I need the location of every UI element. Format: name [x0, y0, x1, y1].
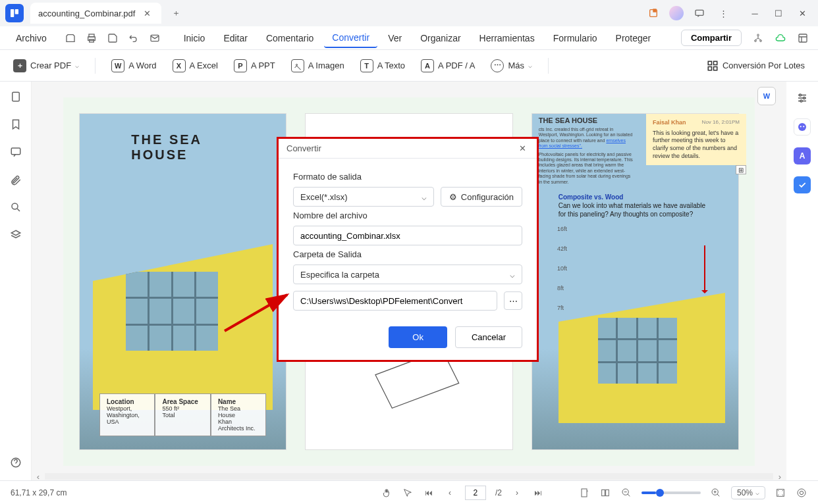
menu-file[interactable]: Archivo — [8, 29, 55, 47]
menu-herramientas[interactable]: Herramientas — [472, 29, 543, 47]
read-mode-icon[interactable] — [796, 487, 807, 499]
svg-rect-4 — [695, 10, 703, 15]
kebab-menu-icon[interactable]: ⋮ — [715, 5, 731, 21]
scroll-mode-icon[interactable] — [578, 487, 590, 499]
email-icon[interactable] — [147, 30, 163, 46]
last-page-icon[interactable]: ⏭ — [532, 487, 544, 499]
config-button[interactable]: ⚙ Configuración — [441, 187, 522, 207]
left-sidebar — [0, 82, 32, 480]
svg-point-10 — [755, 39, 757, 41]
to-text-button[interactable]: TA Texto — [360, 59, 405, 72]
ok-button[interactable]: Ok — [389, 326, 447, 348]
horizontal-scrollbar[interactable]: ‹ › — [32, 472, 786, 480]
zoom-out-icon[interactable] — [620, 487, 632, 499]
to-excel-button[interactable]: XA Excel — [173, 59, 218, 72]
excel-icon: X — [173, 59, 186, 72]
print-icon[interactable] — [84, 30, 99, 46]
layers-icon[interactable] — [9, 228, 23, 242]
search-icon[interactable] — [9, 200, 23, 214]
chevron-down-icon: ⌵ — [510, 270, 515, 280]
to-image-button[interactable]: A Imagen — [291, 59, 344, 72]
batch-convert-button[interactable]: Conversión Por Lotes — [707, 60, 805, 72]
minimize-button[interactable]: ─ — [744, 3, 765, 24]
cloud-sync-icon[interactable] — [773, 31, 788, 45]
menu-inicio[interactable]: Inicio — [176, 29, 213, 47]
folder-dropdown[interactable]: Especifica la carpeta ⌵ — [293, 265, 522, 284]
menu-ver[interactable]: Ver — [380, 29, 410, 47]
sitemap-icon[interactable] — [751, 31, 765, 45]
info-table: LocationWestport,Washington, USA Area Sp… — [99, 393, 266, 436]
scroll-left-icon[interactable]: ‹ — [32, 472, 45, 481]
svg-rect-18 — [12, 92, 19, 101]
menu-organizar[interactable]: Organizar — [412, 29, 468, 47]
to-pdfa-button[interactable]: AA PDF / A — [421, 59, 475, 72]
bookmark-icon[interactable] — [9, 117, 23, 132]
hand-tool-icon[interactable] — [381, 487, 393, 499]
filename-input[interactable] — [293, 226, 522, 245]
layout-icon[interactable] — [796, 31, 810, 45]
maximize-button[interactable]: ☐ — [768, 3, 789, 24]
document-tab[interactable]: accounting_Combinar.pdf ✕ — [30, 3, 161, 24]
gear-icon: ⚙ — [449, 192, 457, 202]
zoom-in-icon[interactable] — [710, 487, 722, 499]
filename-label: Nombre del archivo — [293, 211, 522, 220]
comments-icon[interactable] — [9, 145, 23, 159]
page-dimensions: 61,71 x 29,7 cm — [11, 488, 67, 497]
card-1-title: THE SEA HOUSE — [131, 132, 234, 163]
new-tab-button[interactable]: ＋ — [167, 4, 185, 22]
next-page-icon[interactable]: › — [511, 487, 523, 499]
cancel-button[interactable]: Cancelar — [455, 326, 522, 348]
dialog-close-button[interactable]: ✕ — [516, 142, 529, 155]
translate-icon[interactable]: A — [794, 147, 811, 164]
comment-note[interactable]: Faisal KhanNov 16, 2:01PM This is lookin… — [646, 114, 746, 165]
to-word-button[interactable]: WA Word — [111, 59, 156, 72]
expand-icon[interactable]: ⊞ — [736, 165, 746, 174]
select-tool-icon[interactable] — [402, 487, 414, 499]
dimensions: 16ft42ft10ft8ft7ft — [557, 226, 567, 324]
save-icon[interactable] — [105, 30, 121, 46]
svg-rect-0 — [11, 9, 14, 17]
share-button[interactable]: Compartir — [681, 30, 742, 46]
help-icon[interactable] — [9, 455, 23, 470]
user-avatar[interactable] — [669, 6, 684, 20]
create-pdf-button[interactable]: ＋ Crear PDF ⌵ — [13, 59, 79, 72]
ai-assistant-icon[interactable] — [794, 118, 811, 136]
more-button[interactable]: ⋯Más⌵ — [491, 59, 532, 72]
zoom-slider[interactable] — [641, 491, 701, 494]
close-icon[interactable]: ✕ — [140, 7, 153, 20]
title-bar: accounting_Combinar.pdf ✕ ＋ ⋮ ─ ☐ ✕ — [0, 0, 818, 26]
svg-rect-15 — [713, 61, 717, 64]
zoom-dropdown[interactable]: 50%⌵ — [731, 486, 765, 499]
menu-convertir[interactable]: Convertir — [324, 28, 377, 48]
menu-editar[interactable]: Editar — [215, 29, 256, 47]
svg-point-22 — [800, 94, 802, 96]
prev-page-icon[interactable]: ‹ — [444, 487, 456, 499]
first-page-icon[interactable]: ⏮ — [423, 487, 435, 499]
svg-rect-29 — [582, 489, 587, 497]
menu-formulario[interactable]: Formulario — [545, 29, 605, 47]
app-logo — [5, 4, 24, 22]
comment-panel-icon[interactable] — [692, 5, 707, 21]
browse-button[interactable]: ⋯ — [504, 291, 522, 310]
path-input[interactable] — [293, 291, 497, 311]
attachment-icon[interactable] — [9, 172, 23, 187]
properties-icon[interactable] — [794, 89, 811, 107]
checklist-icon[interactable] — [794, 176, 811, 193]
to-ppt-button[interactable]: PA PPT — [234, 59, 275, 72]
open-icon[interactable] — [63, 30, 78, 46]
menu-proteger[interactable]: Proteger — [608, 29, 659, 47]
notification-icon[interactable] — [645, 5, 661, 21]
window-close-button[interactable]: ✕ — [792, 3, 813, 24]
thumbnails-icon[interactable] — [9, 89, 23, 104]
plus-icon: ＋ — [13, 59, 26, 72]
fit-page-icon[interactable] — [775, 487, 786, 499]
menu-comentario[interactable]: Comentario — [258, 29, 321, 47]
format-dropdown[interactable]: Excel(*.xlsx) ⌵ — [293, 187, 434, 207]
undo-icon[interactable] — [126, 30, 142, 46]
annotation-arrow — [704, 245, 705, 291]
convert-to-word-chip[interactable]: W — [757, 87, 776, 105]
scroll-right-icon[interactable]: › — [773, 472, 786, 481]
svg-point-24 — [800, 100, 802, 102]
view-mode-icon[interactable] — [599, 487, 611, 499]
page-number-input[interactable] — [465, 486, 486, 500]
